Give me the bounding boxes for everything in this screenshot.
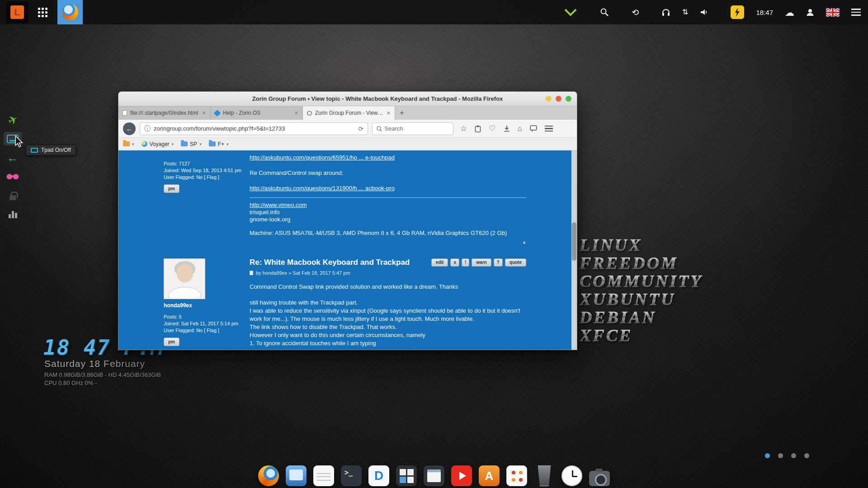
power-manager-icon[interactable] [731,5,744,19]
post-action-buttons: edit x ! warn ? quote [431,258,526,267]
close-button[interactable] [566,96,571,102]
panel-clock[interactable]: 18:47 [756,9,773,16]
tab-startpage[interactable]: file:///.startpage/0/index.html ✕ [118,106,211,120]
author-name[interactable]: honda99ex [164,302,250,309]
network-arrows-icon[interactable]: ⇅ [682,9,688,16]
dock-dot-grid-app-icon[interactable] [506,465,527,486]
dock-firefox-icon[interactable] [258,465,279,486]
scrollbar[interactable] [571,150,577,350]
pm-button[interactable]: pm [164,338,179,346]
dock-app-store-icon[interactable] [479,465,500,486]
launcher-back-action[interactable]: ← [4,151,22,164]
workspace-dot-1[interactable] [765,453,770,458]
weather-cloud-icon[interactable]: ☁ [785,8,794,17]
tab-close-icon[interactable]: ✕ [294,110,298,116]
volume-icon[interactable] [700,9,708,16]
app-grid-icon[interactable] [38,8,47,17]
user-account-icon[interactable] [806,8,814,16]
bookmark-sp[interactable]: SP ▾ [181,141,202,147]
menu-icon[interactable] [545,126,553,131]
workspace-dot-3[interactable] [791,453,796,458]
keyboard-layout-flag-icon[interactable] [826,8,840,17]
edit-button[interactable]: edit [431,258,448,267]
signature-text: gnome-look.org [250,216,526,223]
bookmarks-toolbar: ▾ Voyager ▾ SP ▾ F+ ▾ [118,138,577,150]
dock-text-editor-icon[interactable] [313,465,334,486]
tab-forum-topic[interactable]: Zorin Group Forum - View top... ✕ [303,106,395,120]
updates-chevron-icon[interactable] [564,8,577,16]
globe-icon [142,141,147,147]
launcher-lock-screen[interactable] [4,189,22,202]
dock-trash-icon[interactable] [536,465,552,486]
pocket-heart-icon[interactable]: ♡ [489,125,495,132]
tab-close-icon[interactable]: ✕ [202,110,206,116]
url-text[interactable]: zoringroup.com/forum/viewtopic.php?f=5&t… [154,125,355,132]
wallpaper-word: FREEDOM [580,254,703,272]
new-tab-button[interactable]: + [395,106,409,120]
dock-docky-icon[interactable] [368,465,389,486]
dock-video-player-icon[interactable] [451,465,472,486]
dock-file-manager-icon[interactable] [286,465,307,486]
navigation-toolbar: ← ⓘ zoringroup.com/forum/viewtopic.php?f… [118,120,577,138]
history-icon[interactable]: ⟲ [632,8,639,17]
tab-bar: file:///.startpage/0/index.html ✕ Help -… [118,106,577,120]
chat-bubble-icon[interactable] [530,125,537,132]
reload-icon[interactable]: ⟳ [358,125,363,132]
signature-link[interactable]: http://www.vimeo.com [250,202,307,209]
search-input[interactable] [384,125,449,132]
bookmark-folder-root[interactable]: ▾ [123,141,134,146]
workspace-dot-4[interactable] [804,453,809,458]
signature-machine: Machine: ASUS M5A78L-M/USB 3, AMD Phenom… [250,230,526,237]
dock-camera-icon[interactable] [589,471,610,486]
window-title: Zorin Group Forum • View topic - White M… [252,95,503,102]
launcher-privacy-mask[interactable] [4,170,22,183]
forum-page: Posts: 7127 Joined: Wed Sep 18, 2013 4:5… [118,150,577,350]
clipboard-icon[interactable] [475,125,481,132]
downloads-icon[interactable] [504,125,510,132]
window-controls [546,96,571,102]
pm-button[interactable]: pm [164,184,179,193]
author-flagged[interactable]: User Flagged: No [ Flag ] [164,327,250,334]
panel-left-group [0,0,83,24]
post-page-icon[interactable] [250,271,253,275]
panel-menu-icon[interactable] [851,9,861,16]
tab-close-icon[interactable]: ✕ [387,110,391,116]
info-button[interactable]: ? [494,258,503,267]
distro-logo-button[interactable] [6,1,28,23]
firefox-icon [62,4,78,20]
back-to-top-icon[interactable]: ▲ [250,239,526,246]
warn-button[interactable]: warn [472,258,491,267]
quote-button[interactable]: quote [505,258,526,267]
minimize-button[interactable] [546,96,552,102]
workspace-dot-2[interactable] [778,453,783,458]
back-button[interactable]: ← [123,122,136,135]
scrollbar-thumb[interactable] [572,222,576,260]
dock-terminal-icon[interactable] [341,465,362,486]
launcher-airplane-mode[interactable]: ✈ [4,113,22,127]
post-link[interactable]: http://askubuntu.com/questions/131900/h … [250,185,395,192]
report-button[interactable]: ! [462,258,469,267]
launcher-system-monitor[interactable] [4,208,22,221]
url-bar[interactable]: ⓘ zoringroup.com/forum/viewtopic.php?f=5… [140,122,368,135]
headphones-icon[interactable] [661,8,670,16]
author-flagged[interactable]: User Flagged: No [ Flag ] [164,174,250,181]
globe-favicon [307,111,312,116]
search-icon[interactable] [600,8,609,17]
post-link[interactable]: http://askubuntu.com/questions/65951/ho … [250,154,395,161]
firefox-panel-button[interactable] [57,0,83,24]
window-titlebar[interactable]: Zorin Group Forum • View topic - White M… [118,92,577,106]
dock-workspace-tiles-icon[interactable] [396,465,417,486]
search-bar[interactable] [372,122,453,135]
maximize-button[interactable] [556,96,561,102]
site-info-icon[interactable]: ⓘ [144,125,151,133]
author-joined: Joined: Sat Feb 11, 2017 5:14 pm [164,320,250,327]
tab-help-zorin[interactable]: Help - Zorin OS ✕ [211,106,303,120]
post-body: Re: White Macbook Keyboard and Trackpad … [250,258,526,350]
bookmark-voyager[interactable]: Voyager ▾ [142,141,174,147]
delete-button[interactable]: x [450,258,459,267]
bookmark-fplus[interactable]: F+ ▾ [209,141,229,147]
dock-clock-icon[interactable] [561,465,582,486]
home-icon[interactable]: ⌂ [518,125,522,132]
bookmark-star-icon[interactable]: ☆ [460,125,467,132]
dock-window-manager-icon[interactable] [424,465,444,486]
